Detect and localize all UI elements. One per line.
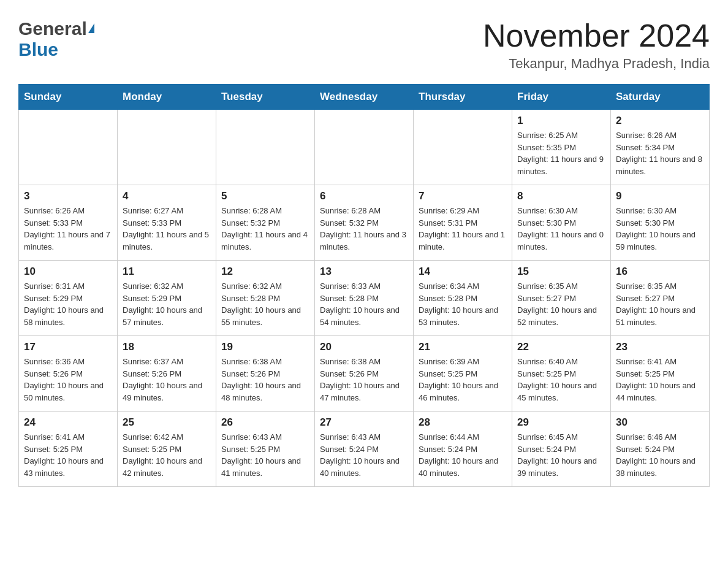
day-number: 17 [24,341,112,353]
day-number: 25 [123,416,211,429]
day-number: 18 [123,341,211,353]
day-number: 26 [221,416,309,429]
day-number: 29 [517,416,605,429]
location-text: Tekanpur, Madhya Pradesh, India [483,56,710,72]
day-number: 23 [616,341,704,353]
logo: General Blue [18,18,94,60]
calendar-cell: 17Sunrise: 6:36 AMSunset: 5:26 PMDayligh… [19,336,118,412]
calendar-cell: 28Sunrise: 6:44 AMSunset: 5:24 PMDayligh… [414,412,512,487]
day-number: 19 [221,341,309,353]
day-number: 16 [616,266,704,278]
calendar-cell: 26Sunrise: 6:43 AMSunset: 5:25 PMDayligh… [216,412,315,487]
day-number: 2 [616,115,704,127]
calendar-cell [315,110,414,185]
day-info: Sunrise: 6:41 AMSunset: 5:25 PMDaylight:… [24,431,112,479]
title-section: November 2024 Tekanpur, Madhya Pradesh, … [483,18,710,72]
day-info: Sunrise: 6:36 AMSunset: 5:26 PMDaylight:… [24,356,112,404]
calendar-header-row: SundayMondayTuesdayWednesdayThursdayFrid… [19,85,710,110]
day-info: Sunrise: 6:26 AMSunset: 5:34 PMDaylight:… [616,129,704,177]
calendar-cell: 16Sunrise: 6:35 AMSunset: 5:27 PMDayligh… [611,261,710,336]
day-info: Sunrise: 6:46 AMSunset: 5:24 PMDaylight:… [616,431,704,479]
day-number: 15 [517,266,605,278]
day-header-saturday: Saturday [611,85,710,110]
calendar-week-row: 10Sunrise: 6:31 AMSunset: 5:29 PMDayligh… [19,261,710,336]
calendar-cell: 13Sunrise: 6:33 AMSunset: 5:28 PMDayligh… [315,261,414,336]
calendar-cell: 9Sunrise: 6:30 AMSunset: 5:30 PMDaylight… [611,185,710,261]
day-info: Sunrise: 6:32 AMSunset: 5:28 PMDaylight:… [221,280,309,328]
calendar-cell: 15Sunrise: 6:35 AMSunset: 5:27 PMDayligh… [512,261,611,336]
day-header-friday: Friday [512,85,611,110]
calendar-cell: 7Sunrise: 6:29 AMSunset: 5:31 PMDaylight… [414,185,512,261]
day-number: 27 [320,416,408,429]
day-info: Sunrise: 6:41 AMSunset: 5:25 PMDaylight:… [616,356,704,404]
calendar-cell: 14Sunrise: 6:34 AMSunset: 5:28 PMDayligh… [414,261,512,336]
calendar-cell: 25Sunrise: 6:42 AMSunset: 5:25 PMDayligh… [118,412,216,487]
calendar-cell: 27Sunrise: 6:43 AMSunset: 5:24 PMDayligh… [315,412,414,487]
calendar-cell: 4Sunrise: 6:27 AMSunset: 5:33 PMDaylight… [118,185,216,261]
day-number: 11 [123,266,211,278]
calendar-cell: 11Sunrise: 6:32 AMSunset: 5:29 PMDayligh… [118,261,216,336]
calendar-cell: 6Sunrise: 6:28 AMSunset: 5:32 PMDaylight… [315,185,414,261]
day-info: Sunrise: 6:30 AMSunset: 5:30 PMDaylight:… [517,205,605,253]
calendar-cell: 24Sunrise: 6:41 AMSunset: 5:25 PMDayligh… [19,412,118,487]
calendar-week-row: 17Sunrise: 6:36 AMSunset: 5:26 PMDayligh… [19,336,710,412]
day-header-tuesday: Tuesday [216,85,315,110]
day-number: 30 [616,416,704,429]
day-info: Sunrise: 6:29 AMSunset: 5:31 PMDaylight:… [419,205,507,253]
day-info: Sunrise: 6:43 AMSunset: 5:25 PMDaylight:… [221,431,309,479]
day-number: 1 [517,115,605,127]
day-header-thursday: Thursday [414,85,512,110]
calendar-week-row: 1Sunrise: 6:25 AMSunset: 5:35 PMDaylight… [19,110,710,185]
day-number: 28 [419,416,507,429]
calendar-cell: 2Sunrise: 6:26 AMSunset: 5:34 PMDaylight… [611,110,710,185]
logo-triangle-icon [88,23,94,33]
calendar-cell: 23Sunrise: 6:41 AMSunset: 5:25 PMDayligh… [611,336,710,412]
day-info: Sunrise: 6:30 AMSunset: 5:30 PMDaylight:… [616,205,704,253]
day-header-wednesday: Wednesday [315,85,414,110]
day-number: 4 [123,190,211,202]
calendar-cell: 30Sunrise: 6:46 AMSunset: 5:24 PMDayligh… [611,412,710,487]
calendar-cell [216,110,315,185]
day-number: 9 [616,190,704,202]
day-number: 5 [221,190,309,202]
calendar-cell: 1Sunrise: 6:25 AMSunset: 5:35 PMDaylight… [512,110,611,185]
calendar-cell: 22Sunrise: 6:40 AMSunset: 5:25 PMDayligh… [512,336,611,412]
day-number: 24 [24,416,112,429]
day-info: Sunrise: 6:38 AMSunset: 5:26 PMDaylight:… [320,356,408,404]
day-info: Sunrise: 6:35 AMSunset: 5:27 PMDaylight:… [616,280,704,328]
day-number: 14 [419,266,507,278]
month-title: November 2024 [483,18,710,53]
day-info: Sunrise: 6:28 AMSunset: 5:32 PMDaylight:… [221,205,309,253]
day-info: Sunrise: 6:42 AMSunset: 5:25 PMDaylight:… [123,431,211,479]
calendar-cell: 3Sunrise: 6:26 AMSunset: 5:33 PMDaylight… [19,185,118,261]
calendar-cell: 19Sunrise: 6:38 AMSunset: 5:26 PMDayligh… [216,336,315,412]
day-info: Sunrise: 6:27 AMSunset: 5:33 PMDaylight:… [123,205,211,253]
day-info: Sunrise: 6:38 AMSunset: 5:26 PMDaylight:… [221,356,309,404]
day-info: Sunrise: 6:40 AMSunset: 5:25 PMDaylight:… [517,356,605,404]
day-info: Sunrise: 6:35 AMSunset: 5:27 PMDaylight:… [517,280,605,328]
page-header: General Blue November 2024 Tekanpur, Mad… [18,18,710,72]
calendar-cell: 20Sunrise: 6:38 AMSunset: 5:26 PMDayligh… [315,336,414,412]
calendar-cell: 18Sunrise: 6:37 AMSunset: 5:26 PMDayligh… [118,336,216,412]
day-info: Sunrise: 6:34 AMSunset: 5:28 PMDaylight:… [419,280,507,328]
day-info: Sunrise: 6:45 AMSunset: 5:24 PMDaylight:… [517,431,605,479]
calendar-cell: 5Sunrise: 6:28 AMSunset: 5:32 PMDaylight… [216,185,315,261]
calendar-table: SundayMondayTuesdayWednesdayThursdayFrid… [18,84,710,487]
day-header-monday: Monday [118,85,216,110]
day-number: 22 [517,341,605,353]
day-info: Sunrise: 6:32 AMSunset: 5:29 PMDaylight:… [123,280,211,328]
day-info: Sunrise: 6:26 AMSunset: 5:33 PMDaylight:… [24,205,112,253]
day-info: Sunrise: 6:31 AMSunset: 5:29 PMDaylight:… [24,280,112,328]
calendar-cell: 21Sunrise: 6:39 AMSunset: 5:25 PMDayligh… [414,336,512,412]
day-info: Sunrise: 6:28 AMSunset: 5:32 PMDaylight:… [320,205,408,253]
day-info: Sunrise: 6:44 AMSunset: 5:24 PMDaylight:… [419,431,507,479]
day-info: Sunrise: 6:43 AMSunset: 5:24 PMDaylight:… [320,431,408,479]
logo-general-text: General [18,18,87,39]
calendar-cell [118,110,216,185]
day-number: 3 [24,190,112,202]
logo-blue-text: Blue [18,39,58,59]
day-info: Sunrise: 6:39 AMSunset: 5:25 PMDaylight:… [419,356,507,404]
day-number: 20 [320,341,408,353]
day-number: 13 [320,266,408,278]
calendar-cell: 12Sunrise: 6:32 AMSunset: 5:28 PMDayligh… [216,261,315,336]
